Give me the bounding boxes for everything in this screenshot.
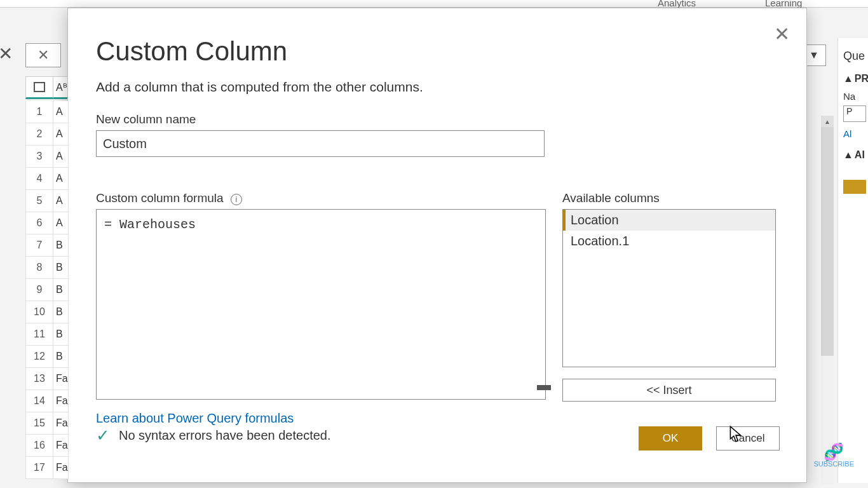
cell-value[interactable]: B bbox=[53, 279, 69, 301]
cell-value[interactable]: B bbox=[53, 257, 69, 279]
cell-value[interactable]: Fa bbox=[53, 412, 69, 435]
table-select-all[interactable] bbox=[25, 76, 53, 99]
available-columns-list[interactable]: Location Location.1 bbox=[562, 209, 776, 367]
row-number[interactable]: 15 bbox=[25, 412, 53, 435]
row-number[interactable]: 17 bbox=[25, 457, 53, 479]
applied-steps-heading[interactable]: ▲AI bbox=[838, 149, 868, 161]
row-number[interactable]: 11 bbox=[25, 323, 53, 346]
new-column-name-input[interactable] bbox=[96, 130, 545, 157]
row-number[interactable]: 12 bbox=[25, 346, 53, 368]
all-properties-link[interactable]: Al bbox=[838, 128, 868, 139]
dna-icon: 🧬 bbox=[813, 444, 854, 460]
resize-handle[interactable] bbox=[537, 385, 551, 390]
close-icon: ✕ bbox=[37, 47, 49, 64]
info-icon[interactable]: i bbox=[231, 194, 242, 205]
row-number[interactable]: 3 bbox=[25, 146, 53, 168]
row-number[interactable]: 8 bbox=[25, 257, 53, 279]
row-number[interactable]: 7 bbox=[25, 234, 53, 257]
cell-value[interactable]: Fa bbox=[53, 390, 69, 412]
available-columns-label: Available columns bbox=[562, 191, 776, 205]
cell-value[interactable]: B bbox=[53, 301, 69, 323]
cell-value[interactable]: A bbox=[53, 190, 69, 212]
cell-value[interactable]: A bbox=[53, 123, 69, 146]
row-number[interactable]: 16 bbox=[25, 435, 53, 457]
row-number[interactable]: 14 bbox=[25, 390, 53, 412]
scroll-up-icon[interactable]: ▲ bbox=[821, 116, 834, 127]
dialog-subtitle: Add a column that is computed from the o… bbox=[96, 79, 780, 95]
row-number[interactable]: 5 bbox=[25, 190, 53, 212]
row-number[interactable]: 1 bbox=[25, 101, 53, 123]
row-number[interactable]: 9 bbox=[25, 279, 53, 301]
ribbon-bar: Analytics Learning bbox=[0, 0, 868, 8]
validation-status: ✓ No syntax errors have been detected. bbox=[96, 426, 331, 445]
panel-title: Que bbox=[838, 50, 868, 63]
learn-more-link[interactable]: Learn about Power Query formulas bbox=[96, 411, 294, 426]
formula-input[interactable] bbox=[96, 209, 546, 400]
scrollbar-thumb[interactable] bbox=[821, 127, 834, 356]
column-header[interactable]: Aᴮ bbox=[53, 76, 69, 99]
formula-clear-button[interactable]: ✕ bbox=[25, 43, 61, 67]
cell-value[interactable]: A bbox=[53, 212, 69, 234]
applied-step-selected[interactable] bbox=[843, 180, 866, 194]
properties-heading[interactable]: ▲PR bbox=[838, 73, 868, 85]
cell-value[interactable]: A bbox=[53, 101, 69, 123]
vertical-scrollbar[interactable]: ▲ bbox=[821, 116, 834, 484]
available-column-item[interactable]: Location.1 bbox=[563, 231, 775, 252]
query-name-input[interactable]: P bbox=[843, 105, 866, 122]
name-label: Na bbox=[838, 91, 868, 102]
cell-value[interactable]: B bbox=[53, 234, 69, 257]
row-number[interactable]: 4 bbox=[25, 168, 53, 190]
cell-value[interactable]: B bbox=[53, 346, 69, 368]
row-number[interactable]: 10 bbox=[25, 301, 53, 323]
ok-button[interactable]: OK bbox=[639, 426, 702, 451]
cell-value[interactable]: A bbox=[53, 146, 69, 168]
chevron-down-icon: ▼ bbox=[809, 50, 819, 61]
subscribe-label: SUBSCRIBE bbox=[813, 460, 854, 468]
formula-label: Custom column formula i bbox=[96, 191, 546, 205]
dialog-close-button[interactable]: ✕ bbox=[774, 25, 790, 44]
new-column-name-label: New column name bbox=[96, 112, 780, 126]
checkmark-icon: ✓ bbox=[96, 426, 110, 445]
subscribe-watermark: 🧬 SUBSCRIBE bbox=[813, 444, 854, 468]
table-icon bbox=[34, 82, 45, 92]
validation-text: No syntax errors have been detected. bbox=[119, 428, 331, 443]
row-number[interactable]: 2 bbox=[25, 123, 53, 146]
dialog-title: Custom Column bbox=[96, 36, 780, 67]
insert-button[interactable]: << Insert bbox=[562, 379, 776, 402]
row-number[interactable]: 6 bbox=[25, 212, 53, 234]
custom-column-dialog: ✕ Custom Column Add a column that is com… bbox=[67, 8, 807, 483]
close-query-icon[interactable]: ✕ bbox=[0, 43, 13, 64]
cell-value[interactable]: Fa bbox=[53, 435, 69, 457]
cell-value[interactable]: Fa bbox=[53, 368, 69, 390]
cell-value[interactable]: B bbox=[53, 323, 69, 346]
cell-value[interactable]: A bbox=[53, 168, 69, 190]
cell-value[interactable]: Fa bbox=[53, 457, 69, 479]
cancel-button[interactable]: Cancel bbox=[716, 426, 780, 451]
row-number[interactable]: 13 bbox=[25, 368, 53, 390]
available-column-item[interactable]: Location bbox=[563, 210, 775, 231]
query-settings-panel: Que ▲PR Na P Al ▲AI bbox=[837, 38, 868, 483]
